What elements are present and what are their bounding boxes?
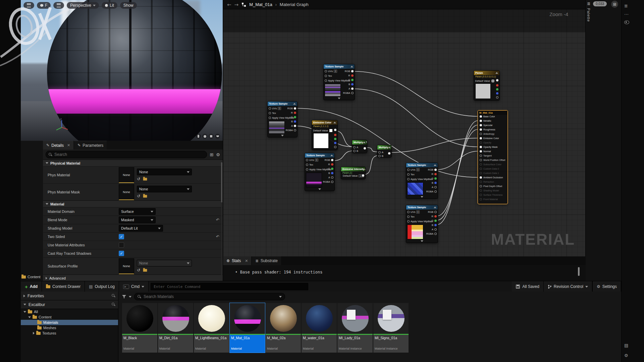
property-checkbox[interactable]: ✓ [119,234,124,239]
saved-search-chevron[interactable] [279,296,282,298]
search-icon[interactable] [112,294,115,298]
add-button[interactable]: + Add [21,281,42,292]
stats-scrollbar[interactable] [578,267,580,276]
asset-dropdown[interactable]: None [137,186,192,192]
expand-node-icon[interactable] [338,98,340,99]
pin[interactable] [480,146,482,148]
pin[interactable] [325,70,327,72]
pin[interactable] [434,220,437,222]
node-header[interactable]: Texture Sample [406,163,438,167]
pin[interactable] [480,189,482,192]
pin[interactable] [407,216,410,218]
tools-gear-icon[interactable]: ⚙ [624,353,628,358]
tree-item-all[interactable]: All [21,309,118,314]
graph-node-tex-left[interactable]: Texture SampleUVs0TexApply View MipBiasR… [267,101,298,137]
pin[interactable] [388,152,390,155]
collapse-icon[interactable] [28,316,31,318]
forward-icon[interactable]: → [234,2,239,8]
content-drawer-peek-tab[interactable]: Content [21,275,41,279]
graph-node-emissive-intensity[interactable]: Emissive IntensityParam (1)Default Value… [341,167,366,179]
tab-details[interactable]: ✎ Details ✕ [43,141,73,149]
pin[interactable] [351,70,354,72]
graph-node-tex-mid[interactable]: Texture SampleUVs0TexApply View MipBiasR… [305,153,335,191]
pin[interactable] [434,233,437,235]
expand-node-icon[interactable] [421,240,423,242]
node-header[interactable]: Texture Sample [268,102,297,106]
pin[interactable] [334,138,336,140]
expand-node-icon[interactable] [281,135,284,136]
content-search-input[interactable]: Search Materials [134,293,285,300]
pin[interactable] [294,125,296,127]
use-selected-icon[interactable]: ↺ [137,177,140,181]
pin[interactable] [434,224,437,226]
pin[interactable] [480,172,482,174]
asset-tile[interactable]: M_water_01aMaterial [302,303,337,353]
browse-icon[interactable] [143,178,147,180]
pin[interactable] [407,178,410,180]
pin[interactable] [434,182,437,184]
pin[interactable] [269,117,271,119]
graph-node-tex-normal[interactable]: Texture SampleUVs0TexApply View MipBiasR… [406,163,438,199]
pin[interactable] [325,79,327,82]
close-icon[interactable]: ✕ [245,259,248,263]
graph-node-param[interactable]: ParamParam (0.5,0.5,0.5,1)Default Value [474,70,500,101]
graph-node-multiply-1[interactable]: MultiplyAB [352,140,367,153]
browse-icon[interactable] [143,269,147,272]
pin[interactable] [480,198,482,200]
pin[interactable] [434,177,437,180]
pin[interactable] [353,146,356,148]
node-header[interactable]: Multiply [352,140,367,144]
close-icon[interactable]: ✕ [67,143,70,147]
asset-dropdown[interactable]: None [137,169,192,175]
color-swatch[interactable] [329,129,333,132]
output-log-button[interactable]: ▤ Output Log [85,281,119,292]
graph-node-result[interactable]: M_Mat_01aBase ColorMetallicSpecularRough… [478,110,508,204]
collapse-icon[interactable] [23,311,26,313]
pin[interactable] [480,181,482,183]
pin[interactable] [294,112,296,114]
pin[interactable] [331,163,333,166]
palette-tab[interactable]: ≣ Palette [587,1,591,22]
use-selected-icon[interactable]: ↺ [137,268,140,273]
material-preview-viewport[interactable]: F Perspective Lit Show z [21,0,223,141]
breadcrumb-asset-name[interactable]: M_Mat_01a [249,2,272,7]
pin[interactable] [480,141,482,144]
property-checkbox[interactable] [119,242,124,248]
asset-tile[interactable]: MI_Lady_01aMaterial Instance [337,303,373,353]
pin[interactable] [496,92,498,95]
panel-icon[interactable]: ▤ [624,343,628,348]
graph-node-tex-top[interactable]: Texture SampleUVs0TexApply View MipBiasR… [323,64,355,100]
pin[interactable] [434,169,437,171]
property-checkbox[interactable]: ✓ [119,251,124,256]
outline-list-icon[interactable]: ≣ [624,3,644,8]
viewport-menu-button[interactable] [53,2,64,9]
pin[interactable] [407,169,410,171]
asset-thumbnail[interactable]: None [119,258,134,274]
asset-tile[interactable]: M_Dirt_01aMaterial [158,303,193,353]
browse-icon[interactable] [143,195,147,197]
asset-thumbnail[interactable]: None [119,167,134,183]
pin[interactable] [269,112,271,114]
pin[interactable] [480,115,482,118]
teapot-shape-button[interactable] [215,134,220,139]
pin[interactable] [496,84,498,86]
cube-shape-button[interactable] [209,134,214,139]
favorites-header[interactable]: Favorites [21,292,118,300]
expand-icon[interactable] [33,332,35,335]
tree-item-meshes[interactable]: Meshes [21,325,118,330]
graph-node-multiply-2[interactable]: MultiplyAB [377,145,392,158]
pin[interactable] [269,107,271,110]
pin[interactable] [480,150,482,153]
pin[interactable] [306,168,308,171]
pin[interactable] [480,168,482,170]
pin[interactable] [294,120,296,123]
pin[interactable] [480,163,482,166]
pin[interactable] [325,75,327,77]
asset-thumbnail[interactable]: None [119,184,134,200]
back-icon[interactable]: ← [227,2,231,8]
node-header[interactable]: M_Mat_01a [478,111,507,115]
pin[interactable] [351,79,354,81]
use-selected-icon[interactable]: ↺ [137,194,140,198]
sphere-shape-button[interactable] [202,134,207,139]
pin[interactable] [306,159,308,161]
